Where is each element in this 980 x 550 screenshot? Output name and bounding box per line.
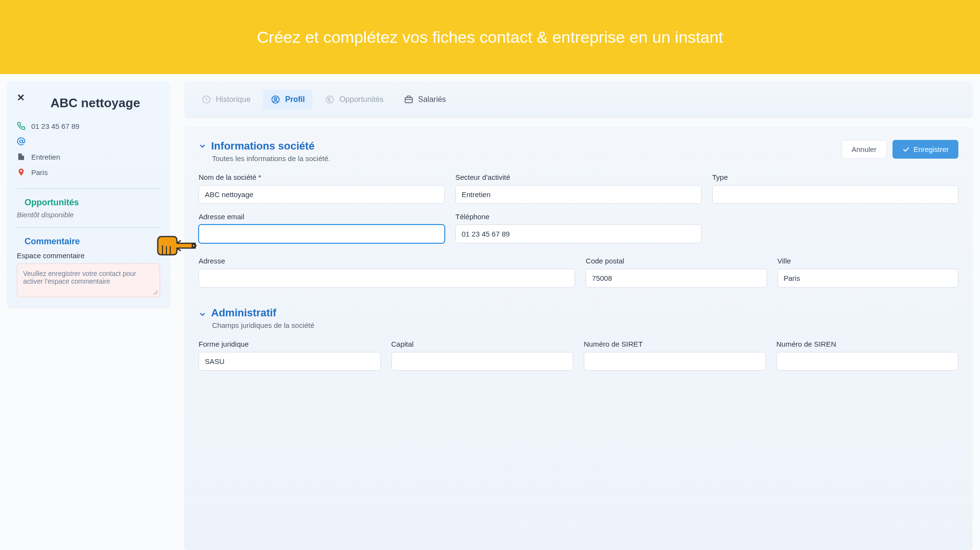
phone-icon bbox=[17, 122, 25, 130]
promo-banner: Créez et complétez vos fiches contact & … bbox=[0, 0, 980, 74]
tab-bar: Historique Profil Opportunités Salariés bbox=[184, 81, 973, 118]
opportunities-title: Opportunités bbox=[25, 198, 160, 208]
comment-textarea[interactable]: Veuillez enregistrer votre contact pour … bbox=[17, 263, 160, 297]
sector-input[interactable] bbox=[455, 185, 702, 204]
phone-value: 01 23 45 67 89 bbox=[31, 122, 79, 130]
divider bbox=[17, 227, 160, 228]
admin-section-subtitle: Champs juridiques de la société bbox=[212, 321, 958, 329]
label: Type bbox=[712, 173, 958, 181]
check-icon bbox=[902, 146, 910, 153]
company-section-header: Informations société Toutes les informat… bbox=[199, 140, 958, 162]
label: Capital bbox=[391, 340, 574, 348]
sector-value: Entretien bbox=[31, 153, 60, 161]
save-label: Enregistrer bbox=[914, 145, 949, 153]
siret-input[interactable] bbox=[584, 352, 766, 371]
label: Nom de la société * bbox=[199, 173, 445, 181]
city-input[interactable] bbox=[778, 269, 958, 288]
chevron-down-icon[interactable] bbox=[199, 142, 206, 150]
comment-placeholder: Veuillez enregistrer votre contact pour … bbox=[23, 270, 136, 285]
comment-title: Commentaire bbox=[25, 237, 160, 247]
tab-label: Opportunités bbox=[339, 95, 384, 104]
company-sidebar: ✕ ABC nettoyage 01 23 45 67 89 Entretien bbox=[7, 81, 170, 308]
company-form-row1: Nom de la société * Secteur d'activité T… bbox=[199, 173, 958, 243]
cancel-button[interactable]: Annuler bbox=[842, 140, 887, 159]
field-postal: Code postal bbox=[586, 257, 766, 288]
postal-input[interactable] bbox=[586, 269, 766, 288]
tab-label: Salariés bbox=[418, 95, 446, 104]
workspace: ✕ ABC nettoyage 01 23 45 67 89 Entretien bbox=[0, 74, 980, 550]
tab-history[interactable]: Historique bbox=[194, 90, 258, 109]
siren-input[interactable] bbox=[777, 352, 959, 371]
label: Adresse bbox=[199, 257, 575, 265]
svg-rect-5 bbox=[405, 98, 412, 103]
label: Forme juridique bbox=[199, 340, 381, 348]
admin-form-row: Forme juridique Capital Numéro de SIRET … bbox=[199, 340, 958, 371]
label: Numéro de SIREN bbox=[777, 340, 959, 348]
field-address: Adresse bbox=[199, 257, 575, 288]
admin-section-title: Administratif bbox=[211, 307, 276, 319]
chevron-down-icon[interactable] bbox=[199, 311, 206, 318]
city-value: Paris bbox=[31, 168, 48, 176]
phone-input[interactable] bbox=[455, 225, 702, 243]
field-siren: Numéro de SIREN bbox=[777, 340, 959, 371]
opportunities-note: Bientôt disponible bbox=[17, 211, 160, 219]
label: Code postal bbox=[586, 257, 766, 265]
city-row: Paris bbox=[17, 164, 160, 180]
capital-input[interactable] bbox=[391, 352, 574, 371]
field-capital: Capital bbox=[391, 340, 574, 371]
label: Adresse email bbox=[199, 212, 445, 221]
action-buttons: Annuler Enregistrer bbox=[842, 140, 958, 159]
company-name-input[interactable] bbox=[199, 185, 445, 204]
divider bbox=[17, 188, 160, 189]
company-section-subtitle: Toutes les informations de la société. bbox=[212, 154, 330, 162]
phone-row: 01 23 45 67 89 bbox=[17, 118, 160, 134]
type-input[interactable] bbox=[712, 185, 958, 204]
address-input[interactable] bbox=[199, 269, 575, 288]
tab-opportunities[interactable]: Opportunités bbox=[317, 90, 391, 109]
main-area: Historique Profil Opportunités Salariés bbox=[184, 81, 973, 550]
field-city: Ville bbox=[778, 257, 958, 288]
banner-title: Créez et complétez vos fiches contact & … bbox=[257, 28, 723, 47]
sector-row: Entretien bbox=[17, 149, 160, 164]
label: Numéro de SIRET bbox=[584, 340, 766, 348]
tab-label: Profil bbox=[285, 95, 305, 104]
label: Téléphone bbox=[455, 212, 702, 221]
comment-label: Espace commentaire bbox=[17, 251, 160, 260]
field-sector: Secteur d'activité bbox=[455, 173, 702, 204]
company-section-title: Informations société bbox=[211, 140, 314, 152]
location-icon bbox=[17, 168, 25, 176]
save-button[interactable]: Enregistrer bbox=[892, 140, 958, 159]
building-icon bbox=[17, 152, 25, 161]
company-name: ABC nettoyage bbox=[50, 96, 160, 111]
legal-form-input[interactable] bbox=[199, 352, 381, 371]
briefcase-icon bbox=[404, 95, 414, 104]
user-circle-icon bbox=[271, 95, 280, 104]
tab-employees[interactable]: Salariés bbox=[396, 90, 454, 109]
tab-profile[interactable]: Profil bbox=[263, 90, 313, 109]
email-row bbox=[17, 134, 160, 149]
euro-icon bbox=[325, 95, 335, 104]
field-siret: Numéro de SIRET bbox=[584, 340, 766, 371]
company-form-address: Adresse Code postal Ville bbox=[199, 257, 958, 288]
cancel-label: Annuler bbox=[852, 145, 877, 153]
close-icon[interactable]: ✕ bbox=[17, 92, 25, 103]
field-legal-form: Forme juridique bbox=[199, 340, 381, 371]
form-panel: Informations société Toutes les informat… bbox=[184, 126, 973, 550]
svg-point-0 bbox=[20, 140, 23, 143]
label: Ville bbox=[778, 257, 958, 265]
field-phone: Téléphone bbox=[455, 212, 702, 243]
field-type: Type bbox=[712, 173, 958, 204]
at-icon bbox=[17, 137, 25, 146]
field-company-name: Nom de la société * bbox=[199, 173, 445, 204]
clock-icon bbox=[201, 95, 211, 104]
tab-label: Historique bbox=[216, 95, 251, 104]
label: Secteur d'activité bbox=[455, 173, 702, 181]
email-input[interactable] bbox=[199, 225, 445, 243]
svg-point-3 bbox=[275, 98, 277, 100]
field-email: Adresse email bbox=[199, 212, 445, 243]
admin-section-header: Administratif Champs juridiques de la so… bbox=[199, 307, 958, 329]
